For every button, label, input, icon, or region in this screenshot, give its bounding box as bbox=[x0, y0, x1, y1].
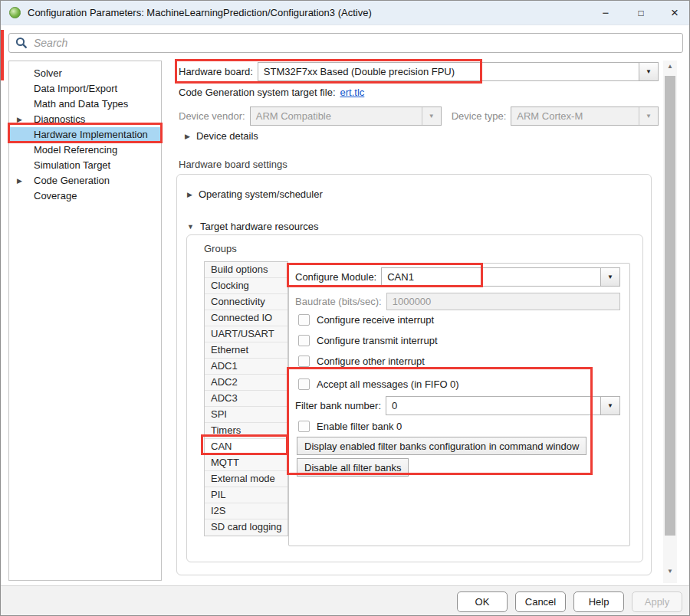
filter-bank-label: Filter bank number: bbox=[295, 400, 381, 411]
sidebar-tree: Solver Data Import/Export Math and Data … bbox=[8, 61, 162, 581]
scroll-down-icon[interactable]: ▼ bbox=[663, 568, 677, 578]
minimize-button[interactable]: − bbox=[593, 1, 619, 25]
groups-list: Build options Clocking Connectivity Conn… bbox=[204, 261, 288, 536]
groups-label: Groups bbox=[204, 243, 237, 254]
sidebar-item-code-generation[interactable]: ▶Code Generation bbox=[9, 173, 161, 188]
group-item-can[interactable]: CAN bbox=[205, 439, 288, 455]
cancel-button[interactable]: Cancel bbox=[515, 591, 566, 612]
group-item-clocking[interactable]: Clocking bbox=[205, 278, 288, 294]
configure-transmit-interrupt-label: Configure transmit interrupt bbox=[317, 335, 438, 346]
device-vendor-value: ARM Compatible bbox=[256, 110, 331, 122]
target-file-label: Code Generation system target file: bbox=[179, 87, 336, 98]
device-vendor-select: ARM Compatible ▼ bbox=[250, 106, 442, 126]
baudrate-label: Baudrate (bits/sec): bbox=[295, 296, 382, 307]
sidebar-item-simulation-target[interactable]: Simulation Target bbox=[9, 158, 161, 173]
group-item-spi[interactable]: SPI bbox=[205, 407, 288, 423]
sidebar-item-diagnostics[interactable]: ▶Diagnostics bbox=[9, 112, 161, 127]
group-item-adc2[interactable]: ADC2 bbox=[205, 375, 288, 391]
accept-all-messages-row: Accept all messages (in FIFO 0) bbox=[298, 378, 459, 390]
device-vendor-label: Device vendor: bbox=[179, 110, 245, 122]
group-item-build-options[interactable]: Build options bbox=[205, 262, 288, 278]
hardware-board-row: Hardware board: STM32F7xx Based (Double … bbox=[179, 62, 659, 81]
device-details-label: Device details bbox=[196, 130, 258, 142]
dropdown-arrow-icon[interactable]: ▼ bbox=[639, 63, 658, 80]
baudrate-value: 1000000 bbox=[393, 296, 432, 307]
group-item-connectivity[interactable]: Connectivity bbox=[205, 294, 288, 310]
close-button[interactable]: × bbox=[662, 1, 688, 25]
device-type-select: ARM Cortex-M ▼ bbox=[511, 106, 659, 126]
configure-receive-interrupt-label: Configure receive interrupt bbox=[317, 314, 434, 326]
configure-module-row: Configure Module: CAN1 ▼ bbox=[295, 267, 620, 287]
sidebar-item-model-referencing[interactable]: Model Referencing bbox=[9, 143, 161, 158]
configure-other-interrupt-checkbox[interactable] bbox=[298, 356, 310, 367]
sidebar-item-math-data-types[interactable]: Math and Data Types bbox=[9, 97, 161, 112]
configure-transmit-interrupt-checkbox[interactable] bbox=[298, 335, 310, 346]
baudrate-row: Baudrate (bits/sec): 1000000 bbox=[295, 293, 620, 310]
title-bar: Configuration Parameters: MachineLearnin… bbox=[1, 1, 689, 25]
ok-button[interactable]: OK bbox=[457, 591, 508, 612]
configure-module-value: CAN1 bbox=[387, 271, 414, 283]
help-button[interactable]: Help bbox=[573, 591, 624, 612]
scroll-up-icon[interactable]: ▲ bbox=[663, 63, 677, 74]
sidebar-item-hardware-implementation[interactable]: Hardware Implementation bbox=[9, 127, 161, 143]
scrollbar-thumb[interactable] bbox=[665, 76, 675, 536]
baudrate-field: 1000000 bbox=[386, 293, 620, 310]
dropdown-arrow-icon[interactable]: ▼ bbox=[600, 268, 619, 286]
dropdown-arrow-icon[interactable]: ▼ bbox=[600, 397, 619, 414]
configure-transmit-interrupt-row: Configure transmit interrupt bbox=[298, 335, 438, 346]
group-item-sd-card-logging[interactable]: SD card logging bbox=[205, 519, 288, 536]
filter-bank-row: Filter bank number: 0 ▼ bbox=[295, 396, 620, 415]
chevron-right-icon[interactable]: ▶ bbox=[185, 133, 190, 140]
group-item-external-mode[interactable]: External mode bbox=[205, 471, 288, 487]
configure-other-interrupt-row: Configure other interrupt bbox=[298, 356, 425, 367]
group-item-timers[interactable]: Timers bbox=[205, 423, 288, 439]
can-settings-panel: Configure Module: CAN1 ▼ Baudrate (bits/… bbox=[288, 263, 630, 546]
filter-bank-select[interactable]: 0 ▼ bbox=[386, 396, 620, 415]
configure-other-interrupt-label: Configure other interrupt bbox=[317, 356, 425, 367]
accept-all-messages-label: Accept all messages (in FIFO 0) bbox=[317, 378, 459, 390]
device-row: Device vendor: ARM Compatible ▼ Device t… bbox=[179, 106, 659, 126]
chevron-right-icon[interactable]: ▶ bbox=[187, 191, 192, 198]
group-item-uart-usart[interactable]: UART/USART bbox=[205, 326, 288, 342]
enable-filter-bank-row: Enable filter bank 0 bbox=[298, 421, 402, 432]
footer-bar: OK Cancel Help Apply bbox=[1, 585, 689, 616]
board-settings-panel: ▶ Operating system/scheduler ▼ Target ha… bbox=[176, 174, 652, 575]
display-filter-banks-button[interactable]: Display enabled filter banks configurati… bbox=[297, 437, 586, 455]
group-item-adc1[interactable]: ADC1 bbox=[205, 359, 288, 375]
filter-bank-value: 0 bbox=[392, 400, 397, 411]
target-resources-label: Target hardware resources bbox=[200, 221, 319, 232]
group-item-mqtt[interactable]: MQTT bbox=[205, 455, 288, 471]
enable-filter-bank-checkbox[interactable] bbox=[298, 421, 310, 432]
group-item-i2s[interactable]: I2S bbox=[205, 503, 288, 519]
group-item-pil[interactable]: PIL bbox=[205, 487, 288, 503]
chevron-right-icon[interactable]: ▶ bbox=[17, 173, 22, 188]
device-type-label: Device type: bbox=[452, 110, 507, 122]
accept-all-messages-checkbox[interactable] bbox=[298, 378, 310, 390]
os-scheduler-toggle[interactable]: ▶ Operating system/scheduler bbox=[187, 188, 323, 200]
sidebar-item-solver[interactable]: Solver bbox=[9, 66, 161, 81]
target-file-link[interactable]: ert.tlc bbox=[340, 87, 365, 98]
disable-filter-banks-button[interactable]: Disable all filter banks bbox=[297, 458, 409, 477]
dropdown-arrow-icon: ▼ bbox=[639, 107, 658, 125]
chevron-right-icon[interactable]: ▶ bbox=[17, 112, 22, 127]
hardware-board-label: Hardware board: bbox=[179, 66, 253, 77]
group-item-ethernet[interactable]: Ethernet bbox=[205, 342, 288, 359]
vertical-scrollbar[interactable]: ▲ ▼ bbox=[663, 61, 677, 583]
maximize-button[interactable]: □ bbox=[628, 1, 654, 25]
board-settings-title: Hardware board settings bbox=[179, 159, 288, 170]
target-resources-toggle[interactable]: ▼ Target hardware resources bbox=[187, 221, 319, 232]
sidebar-item-data-import-export[interactable]: Data Import/Export bbox=[9, 81, 161, 97]
group-item-adc3[interactable]: ADC3 bbox=[205, 391, 288, 407]
sidebar-item-coverage[interactable]: Coverage bbox=[9, 188, 161, 204]
device-details-toggle[interactable]: ▶ Device details bbox=[185, 130, 258, 142]
chevron-down-icon[interactable]: ▼ bbox=[187, 223, 194, 231]
target-resources-panel: Groups Build options Clocking Connectivi… bbox=[186, 234, 643, 562]
group-item-connected-io[interactable]: Connected IO bbox=[205, 310, 288, 326]
search-input[interactable]: Search bbox=[8, 33, 683, 53]
configure-module-label: Configure Module: bbox=[295, 271, 376, 283]
configure-receive-interrupt-checkbox[interactable] bbox=[298, 314, 310, 326]
hardware-board-select[interactable]: STM32F7xx Based (Double precision FPU) ▼ bbox=[258, 62, 659, 81]
configure-module-select[interactable]: CAN1 ▼ bbox=[381, 267, 620, 287]
simulink-config-icon bbox=[9, 7, 21, 18]
dropdown-arrow-icon: ▼ bbox=[422, 107, 441, 125]
